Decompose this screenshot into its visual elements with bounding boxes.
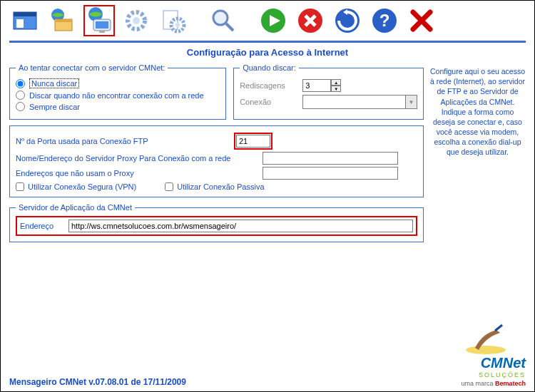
- redial-input[interactable]: [302, 79, 331, 92]
- help-panel: Configure aqui o seu acesso à rede (Inte…: [429, 63, 526, 248]
- window-icon[interactable]: [9, 5, 41, 36]
- help-icon[interactable]: ?: [369, 5, 400, 36]
- ftp-port-highlight: [234, 133, 272, 150]
- close-icon[interactable]: [406, 5, 437, 36]
- vpn-checkbox-row[interactable]: Utilizar Conexão Segura (VPN): [16, 182, 136, 191]
- radio-never-dial[interactable]: Nunca discar: [16, 78, 220, 88]
- stop-icon[interactable]: [295, 5, 326, 36]
- search-icon[interactable]: [208, 5, 239, 36]
- appserver-addr-label: Endereço: [20, 222, 63, 230]
- connect-legend: Ao tentar conectar com o servidor CMNet:: [16, 63, 168, 72]
- proxy-label: Nome/Endereço do Servidor Proxy Para Con…: [16, 154, 258, 163]
- radio-never-dial-input[interactable]: [16, 79, 25, 88]
- conn-combo[interactable]: ▼: [302, 95, 417, 109]
- proxy-input[interactable]: [263, 152, 398, 165]
- passive-checkbox[interactable]: [165, 182, 173, 191]
- monitor-globe-icon[interactable]: [83, 5, 115, 36]
- vpn-checkbox[interactable]: [16, 182, 24, 191]
- ftp-port-input[interactable]: [236, 135, 270, 148]
- logo-brand: uma marca Bematech: [461, 380, 526, 387]
- footer-version: Mensageiro CMNet v.07.08.01 de 17/11/200…: [9, 377, 186, 387]
- radio-always-dial-input[interactable]: [16, 102, 25, 111]
- radio-dial-no-conn[interactable]: Discar quando não encontrar conexão com …: [16, 91, 220, 100]
- play-icon[interactable]: [258, 5, 289, 36]
- radio-dial-no-conn-input[interactable]: [16, 91, 25, 100]
- svg-rect-8: [96, 21, 108, 29]
- appserver-addr-input[interactable]: [68, 220, 413, 232]
- svg-point-29: [466, 346, 506, 354]
- logo-sub: SOLUÇÕES: [461, 371, 526, 378]
- redial-spinner[interactable]: ▲ ▼: [302, 79, 341, 92]
- appserver-highlight: Endereço: [16, 216, 417, 236]
- svg-point-11: [133, 17, 140, 24]
- connect-group: Ao tentar conectar com o servidor CMNet:…: [9, 63, 226, 120]
- ftp-port-label: Nº da Porta usada para Conexão FTP: [16, 137, 230, 145]
- dial-group: Quando discar: Rediscagens ▲ ▼ Conexão ▼: [233, 63, 424, 120]
- logo: CMNet SOLUÇÕES uma marca Bematech: [461, 323, 526, 387]
- toolbar: ?: [1, 1, 534, 41]
- radio-always-dial[interactable]: Sempre discar: [16, 102, 220, 111]
- svg-text:?: ?: [379, 11, 390, 30]
- redial-down[interactable]: ▼: [331, 86, 341, 92]
- ftp-group: Nº da Porta usada para Conexão FTP Nome/…: [9, 125, 424, 197]
- gear2-icon[interactable]: [158, 5, 189, 36]
- svg-line-30: [495, 325, 502, 331]
- appserver-legend: Servidor de Aplicação da CMNet: [16, 203, 135, 212]
- svg-line-16: [226, 24, 233, 31]
- help-text: Configure aqui o seu acesso à rede (Inte…: [429, 66, 526, 158]
- svg-rect-9: [99, 31, 105, 33]
- page-title: Configuração para Acesso à Internet: [1, 43, 534, 61]
- chevron-down-icon[interactable]: ▼: [405, 96, 417, 108]
- gear1-icon[interactable]: [121, 5, 152, 36]
- refresh-icon[interactable]: [332, 5, 363, 36]
- svg-rect-2: [16, 19, 24, 28]
- svg-point-15: [213, 11, 228, 25]
- folder-globe-icon[interactable]: [46, 5, 78, 36]
- signing-hand-icon: [461, 323, 511, 355]
- appserver-group: Servidor de Aplicação da CMNet Endereço: [9, 203, 424, 242]
- svg-point-14: [175, 23, 180, 27]
- svg-rect-5: [55, 19, 72, 22]
- conn-label: Conexão: [240, 98, 297, 106]
- noproxy-input[interactable]: [263, 167, 398, 180]
- redial-label: Rediscagens: [240, 81, 297, 90]
- passive-checkbox-row[interactable]: Utilizar Conexão Passiva: [165, 182, 264, 191]
- noproxy-label: Endereços que não usam o Proxy: [16, 169, 258, 177]
- svg-rect-1: [14, 12, 36, 16]
- dial-legend: Quando discar:: [240, 63, 299, 72]
- logo-name: CMNet: [461, 355, 526, 371]
- redial-up[interactable]: ▲: [331, 79, 341, 86]
